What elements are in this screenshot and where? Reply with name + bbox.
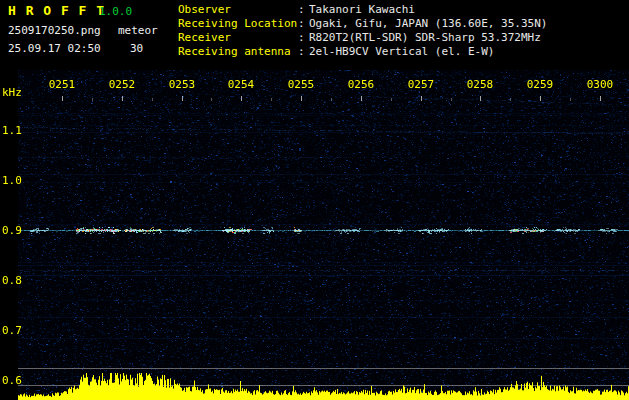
info-row: Receiver:R820T2(RTL-SDR) SDR-Sharp 53.37… [178, 31, 547, 45]
time-tick-label: 0253 [162, 78, 202, 91]
time-tick-label: 0251 [42, 78, 82, 91]
info-row: Receiving antenna:2el-HB9CV Vertical (el… [178, 45, 547, 59]
filename-label: 2509170250.png [8, 24, 101, 37]
version-label: 1.0.0 [99, 5, 132, 18]
observation-info: Observer:Takanori Kawachi Receiving Loca… [178, 3, 547, 59]
info-label: Observer [178, 3, 298, 17]
freq-tick-label: 0.7 [2, 324, 22, 337]
time-tick-label: 0252 [102, 78, 142, 91]
freq-tick-label: 0.6 [2, 374, 22, 387]
info-value: Takanori Kawachi [309, 3, 415, 16]
time-tick-label: 0254 [221, 78, 261, 91]
freq-tick-label: 1.1 [2, 124, 22, 137]
info-label: Receiver [178, 31, 298, 45]
spectrogram-plot: kHz 0251 0252 0253 0254 0255 0256 0257 0… [0, 70, 629, 400]
khz-unit-label: kHz [2, 86, 22, 99]
info-value: Ogaki, Gifu, JAPAN (136.60E, 35.35N) [309, 17, 547, 30]
freq-tick-label: 1.0 [2, 174, 22, 187]
info-row: Receiving Location:Ogaki, Gifu, JAPAN (1… [178, 17, 547, 31]
info-label: Receiving antenna [178, 45, 298, 59]
info-colon: : [298, 45, 309, 59]
time-tick-label: 0255 [281, 78, 321, 91]
info-colon: : [298, 31, 309, 45]
mode-label: meteor [118, 24, 158, 37]
time-tick-label: 0258 [460, 78, 500, 91]
freq-tick-label: 0.8 [2, 274, 22, 287]
info-colon: : [298, 3, 309, 17]
count-label: 30 [130, 42, 143, 55]
info-value: 2el-HB9CV Vertical (el. E-W) [309, 45, 494, 58]
freq-tick-label: 0.9 [2, 224, 22, 237]
time-tick-label: 0259 [520, 78, 560, 91]
info-value: R820T2(RTL-SDR) SDR-Sharp 53.372MHz [309, 31, 541, 44]
header: H R O F F T 1.0.0 2509170250.png meteor … [0, 0, 629, 70]
info-row: Observer:Takanori Kawachi [178, 3, 547, 17]
timestamp-label: 25.09.17 02:50 [8, 42, 101, 55]
time-tick-label: 0300 [580, 78, 620, 91]
time-tick-label: 0257 [401, 78, 441, 91]
hrofft-screen: { "header": { "app_name": "H R O F F T",… [0, 0, 629, 400]
spectrogram-canvas [18, 70, 629, 400]
app-title: H R O F F T [8, 3, 105, 18]
info-label: Receiving Location [178, 17, 298, 31]
info-colon: : [298, 17, 309, 31]
time-tick-label: 0256 [341, 78, 381, 91]
